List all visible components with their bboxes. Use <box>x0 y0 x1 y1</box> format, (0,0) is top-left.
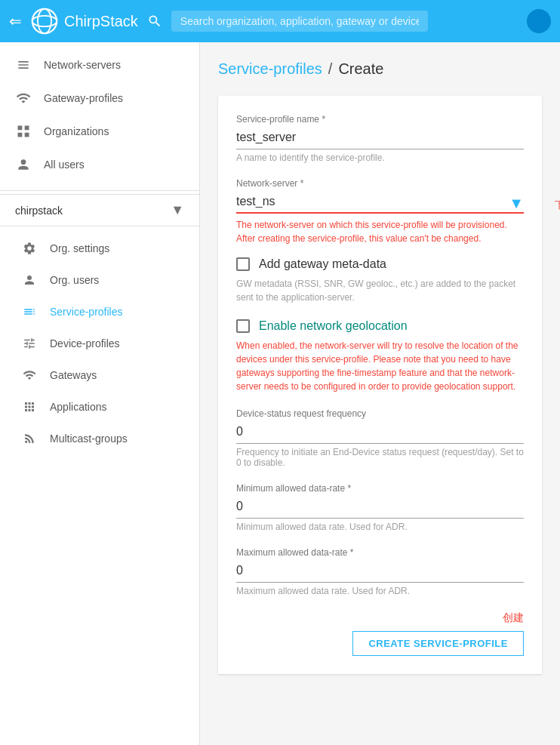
sidebar-label: Device-profiles <box>50 337 120 349</box>
sidebar-label: Service-profiles <box>50 306 122 318</box>
sidebar-item-organizations[interactable]: Organizations <box>0 115 199 148</box>
create-button-wrapper: CREATE SERVICE-PROFILE <box>236 631 524 656</box>
settings-icon <box>21 242 38 255</box>
network-server-select[interactable]: test_ns <box>236 192 524 214</box>
sidebar-item-org-settings[interactable]: Org. settings <box>0 232 199 264</box>
logo: ChirpStack <box>31 8 138 35</box>
search-icon <box>147 14 162 29</box>
apps-icon <box>21 400 38 414</box>
sidebar-label: Applications <box>50 401 107 413</box>
org-selector[interactable]: chirpstack ▼ <box>0 194 199 226</box>
device-status-input[interactable] <box>236 422 524 444</box>
sidebar-label: Gateway-profiles <box>44 92 123 104</box>
back-icon[interactable]: ⇐ <box>9 12 22 30</box>
sidebar-item-gateway-profiles[interactable]: Gateway-profiles <box>0 82 199 115</box>
sidebar-label: Network-servers <box>44 59 121 71</box>
service-profile-name-field: Service-profile name * 输入自定义名称 A name to… <box>236 114 524 163</box>
sidebar: Network-servers Gateway-profiles Organiz… <box>0 42 200 745</box>
avatar[interactable] <box>527 9 551 33</box>
enable-network-geolocation-checkbox-row: Enable network geolocation <box>236 319 524 333</box>
sidebar-label: Org. settings <box>50 242 109 254</box>
sidebar-item-network-servers[interactable]: Network-servers <box>0 48 199 82</box>
list-icon <box>21 305 38 319</box>
network-server-field: Network-server * test_ns ▼ 下拉选择前面创建的test… <box>236 178 524 245</box>
min-data-rate-hint: Minimum allowed data rate. Used for ADR. <box>236 522 524 532</box>
enable-network-geolocation-label: Enable network geolocation <box>259 319 408 333</box>
router-icon <box>21 368 38 382</box>
max-data-rate-input[interactable] <box>236 561 524 583</box>
max-data-rate-label: Maximum allowed data-rate * <box>236 547 524 558</box>
add-gateway-metadata-checkbox[interactable] <box>236 257 250 271</box>
svg-point-1 <box>38 9 51 33</box>
breadcrumb-link[interactable]: Service-profiles <box>218 60 322 78</box>
sidebar-item-org-users[interactable]: Org. users <box>0 264 199 296</box>
min-data-rate-field: Minimum allowed data-rate * Minimum allo… <box>236 483 524 532</box>
svg-point-0 <box>32 9 57 33</box>
sidebar-label: Multicast-groups <box>50 433 128 445</box>
device-status-label: Device-status request frequency <box>236 408 524 419</box>
add-gateway-metadata-label: Add gateway meta-data <box>259 257 386 271</box>
enable-network-geolocation-desc: When enabled, the network-server will tr… <box>236 339 524 393</box>
breadcrumb-current: Create <box>338 60 383 78</box>
sidebar-org-section: Org. settings Org. users Service-profile… <box>0 226 199 460</box>
sidebar-label: Gateways <box>50 369 97 381</box>
form-card: Service-profile name * 输入自定义名称 A name to… <box>218 96 542 674</box>
sidebar-item-service-profiles[interactable]: Service-profiles <box>0 296 199 328</box>
create-service-profile-button[interactable]: CREATE SERVICE-PROFILE <box>352 631 524 656</box>
service-profile-name-input[interactable] <box>236 128 524 149</box>
main-content: Service-profiles / Create Service-profil… <box>200 42 560 745</box>
sidebar-label: All users <box>44 159 85 171</box>
add-gateway-metadata-desc: GW metadata (RSSI, SNR, GW geoloc., etc.… <box>236 277 524 304</box>
search-input[interactable] <box>171 11 428 32</box>
network-server-label: Network-server * <box>236 178 524 189</box>
device-status-hint: Frequency to initiate an End-Device stat… <box>236 447 524 468</box>
sidebar-top-section: Network-servers Gateway-profiles Organiz… <box>0 42 199 187</box>
network-icon <box>15 57 32 72</box>
svg-point-2 <box>32 16 57 26</box>
enable-network-geolocation-checkbox[interactable] <box>236 319 250 333</box>
device-status-field: Device-status request frequency Frequenc… <box>236 408 524 468</box>
sidebar-item-multicast-groups[interactable]: Multicast-groups <box>0 423 199 454</box>
breadcrumb-separator: / <box>328 60 333 78</box>
enable-network-geolocation-section: Enable network geolocation When enabled,… <box>236 319 524 393</box>
min-data-rate-label: Minimum allowed data-rate * <box>236 483 524 494</box>
network-server-hint: The network-server on which this service… <box>236 218 524 245</box>
sidebar-item-gateways[interactable]: Gateways <box>0 359 199 391</box>
logo-text: ChirpStack <box>64 13 138 30</box>
sidebar-label: Org. users <box>50 274 99 286</box>
add-gateway-metadata-section: Add gateway meta-data GW metadata (RSSI,… <box>236 257 524 304</box>
tune-icon <box>21 337 38 350</box>
wifi-icon <box>15 91 32 106</box>
network-server-annotation: 下拉选择前面创建的test_ns <box>555 199 560 212</box>
person-icon <box>21 273 38 287</box>
app-header: ⇐ ChirpStack <box>0 0 560 42</box>
chevron-down-icon: ▼ <box>171 202 184 218</box>
logo-icon <box>31 8 58 35</box>
sidebar-item-all-users[interactable]: All users <box>0 148 199 181</box>
breadcrumb: Service-profiles / Create <box>218 60 542 78</box>
rss-icon <box>21 432 38 445</box>
sidebar-label: Organizations <box>44 125 109 137</box>
service-profile-name-hint: A name to identify the service-profile. <box>236 152 524 163</box>
service-profile-name-label: Service-profile name * <box>236 114 524 125</box>
min-data-rate-input[interactable] <box>236 497 524 519</box>
add-gateway-metadata-checkbox-row: Add gateway meta-data <box>236 257 524 271</box>
max-data-rate-hint: Maximum allowed data rate. Used for ADR. <box>236 586 524 596</box>
grid-icon <box>15 124 32 139</box>
sidebar-divider <box>0 190 199 191</box>
sidebar-item-device-profiles[interactable]: Device-profiles <box>0 328 199 359</box>
main-layout: Network-servers Gateway-profiles Organiz… <box>0 42 560 745</box>
org-selector-text: chirpstack <box>15 205 165 217</box>
create-annotation: 创建 <box>236 611 524 625</box>
sidebar-item-applications[interactable]: Applications <box>0 391 199 423</box>
person-icon <box>15 157 32 172</box>
max-data-rate-field: Maximum allowed data-rate * Maximum allo… <box>236 547 524 596</box>
network-server-select-wrapper: test_ns ▼ <box>236 192 524 214</box>
